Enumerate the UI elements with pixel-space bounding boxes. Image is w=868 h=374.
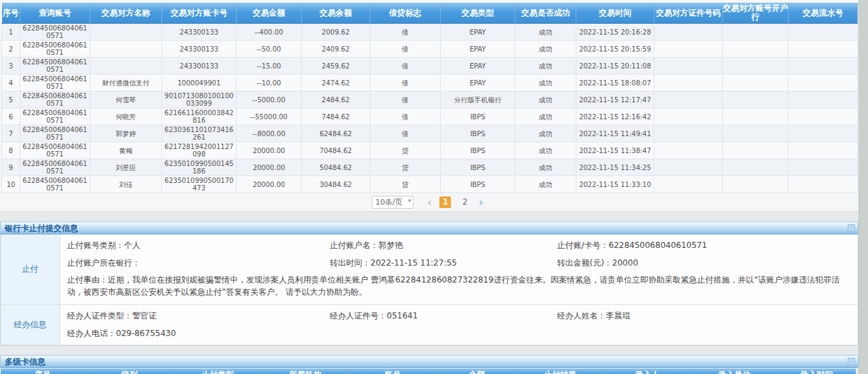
cell-query-account: 6228450068040610571 xyxy=(20,142,90,159)
table-row[interactable]: 9 6228450068040610571 刘星臣 62350109905001… xyxy=(2,159,858,176)
column-header[interactable]: 交易对方账号开户行 xyxy=(723,3,789,24)
column-header[interactable]: 止付类型 xyxy=(174,369,261,374)
table-row[interactable]: 2 6228450068040610571 243300133 --50.00 … xyxy=(2,41,858,58)
collapse-icon[interactable] xyxy=(848,224,855,232)
page-1-button[interactable]: 1 xyxy=(439,196,451,208)
cell-time: 2022-11-15 12:17:47 xyxy=(576,91,654,108)
column-header[interactable]: 序号 xyxy=(1,369,85,374)
cell-type: IBPS xyxy=(441,142,515,159)
cell-cert-no xyxy=(654,24,723,41)
table-row[interactable]: 7 6228450068040610571 郭梦婷 62303611010734… xyxy=(2,125,858,142)
cell-time: 2022-11-15 11:38:47 xyxy=(576,142,654,159)
column-header[interactable]: 余额 xyxy=(437,369,517,374)
cell-time: 2022-11-15 11:34:25 xyxy=(576,159,654,176)
cell-balance: 2459.62 xyxy=(302,58,370,75)
column-header[interactable]: 级别 xyxy=(85,369,174,374)
collapse-icon[interactable] xyxy=(848,358,855,365)
table-row[interactable]: 4 6228450068040610571 财付通微信支付 1000049901… xyxy=(2,75,858,91)
cell-time: 2022-11-15 18:08:07 xyxy=(576,75,654,91)
cell-amount: --8000.00 xyxy=(237,125,302,142)
cell-amount: --5000.00 xyxy=(237,91,302,108)
column-header[interactable]: 交易时间 xyxy=(576,3,654,24)
cell-counterparty-card: 1000049901 xyxy=(162,75,237,91)
cell-amount: --15.00 xyxy=(237,58,302,75)
cell-seq: 5 xyxy=(2,91,20,108)
cell-opening-bank xyxy=(723,75,789,91)
cell-balance: 62484.62 xyxy=(302,125,370,142)
cell-balance: 7484.62 xyxy=(302,108,370,125)
column-header[interactable]: 交易是否成功 xyxy=(515,3,576,24)
cell-balance: 2474.62 xyxy=(302,75,370,91)
cell-serial-no xyxy=(789,108,858,125)
table-row[interactable]: 10 6228450068040610571 刘佳 62350109905001… xyxy=(2,176,858,193)
column-header[interactable]: 止付结果 xyxy=(517,369,604,374)
cell-serial-no xyxy=(789,159,858,176)
cell-debit-credit: 借 xyxy=(370,24,441,41)
multi-card-header-row: 序号级别止付类型所属机构账号余额止付结果录入人录入单位录入时间 xyxy=(1,369,856,374)
table-row[interactable]: 6 6228450068040610571 何晓芳 62166116000038… xyxy=(2,108,858,125)
cell-success: 成功 xyxy=(515,41,576,58)
cell-opening-bank xyxy=(723,108,789,125)
cell-counterparty: 何雪琴 xyxy=(90,91,162,108)
column-header[interactable]: 账号 xyxy=(349,369,437,374)
column-header[interactable]: 交易对方名称 xyxy=(90,3,162,24)
field-operator-name: 经办人姓名：李晨琨 xyxy=(557,307,851,325)
table-row[interactable]: 1 6228450068040610571 243300133 --400.00… xyxy=(2,24,858,41)
cell-type: EPAY xyxy=(441,41,515,58)
column-header[interactable]: 查询账号 xyxy=(20,3,90,24)
cell-balance: 2484.62 xyxy=(302,91,370,108)
cell-counterparty: 刘佳 xyxy=(90,176,162,193)
cell-counterparty xyxy=(90,24,162,41)
section-title: 银行卡止付提交信息 xyxy=(5,224,78,233)
table-row[interactable]: 8 6228450068040610571 黄梅 621728194200112… xyxy=(2,142,858,159)
cell-query-account: 6228450068040610571 xyxy=(20,58,90,75)
cell-cert-no xyxy=(654,58,723,75)
column-header[interactable]: 交易金额 xyxy=(237,3,302,24)
cell-amount: --50.00 xyxy=(237,41,302,58)
cell-type: IBPS xyxy=(441,176,515,193)
column-header[interactable]: 借贷标志 xyxy=(370,3,441,24)
cell-seq: 3 xyxy=(2,58,20,75)
cell-debit-credit: 借 xyxy=(370,108,441,125)
column-header[interactable]: 录入单位 xyxy=(691,369,778,374)
table-row[interactable]: 5 6228450068040610571 何雪琴 90107130801001… xyxy=(2,91,858,108)
column-header[interactable]: 交易对方账卡号 xyxy=(162,3,237,24)
column-header[interactable]: 交易对方证件号码 xyxy=(654,3,723,24)
prev-page-button[interactable]: ‹ xyxy=(427,196,431,209)
cell-counterparty: 郭梦婷 xyxy=(90,125,162,142)
table-row[interactable]: 3 6228450068040610571 243300133 --15.00 … xyxy=(2,58,858,75)
cell-opening-bank xyxy=(723,41,789,58)
cell-type: EPAY xyxy=(441,75,515,91)
column-header[interactable]: 所属机构 xyxy=(262,369,349,374)
cell-cert-no xyxy=(654,176,723,193)
next-page-button[interactable]: › xyxy=(479,196,483,209)
page-2-button[interactable]: 2 xyxy=(459,196,471,208)
cell-seq: 2 xyxy=(2,41,20,58)
cell-query-account: 6228450068040610571 xyxy=(20,91,90,108)
field-operator-cert-no: 经办人证件号：051641 xyxy=(330,307,557,325)
cell-query-account: 6228450068040610571 xyxy=(20,41,90,58)
field-reason: 止付事由：近期，我单位在接报刘妮被骗警情中，发现涉案人员利用贵单位相关账户 曹鸿… xyxy=(67,272,851,302)
multi-card-section: 多级卡信息 序号级别止付类型所属机构账号余额止付结果录入人录入单位录入时间 xyxy=(0,355,859,374)
cell-query-account: 6228450068040610571 xyxy=(20,125,90,142)
cell-success: 成功 xyxy=(515,108,576,125)
cell-amount: --400.00 xyxy=(237,24,302,41)
cell-cert-no xyxy=(654,108,723,125)
cell-success: 成功 xyxy=(515,91,576,108)
cell-type: IBPS xyxy=(441,159,515,176)
stop-payment-section: 银行卡止付提交信息 止付 止付账号类别：个人 止付账户名：郭梦艳 止付账/卡号：… xyxy=(0,222,859,346)
column-header[interactable]: 录入人 xyxy=(604,369,690,374)
column-header[interactable]: 录入时间 xyxy=(778,369,855,374)
cell-serial-no xyxy=(789,91,858,108)
transactions-table: 序号查询账号交易对方名称交易对方账卡号交易金额交易余额借贷标志交易类型交易是否成… xyxy=(1,3,858,193)
scrollbar[interactable] xyxy=(859,0,868,374)
cell-debit-credit: 贷 xyxy=(370,142,441,159)
cell-balance: 2409.62 xyxy=(302,41,370,58)
column-header[interactable]: 交易类型 xyxy=(441,3,515,24)
cell-debit-credit: 贷 xyxy=(370,159,441,176)
column-header[interactable]: 交易流水号 xyxy=(789,3,858,24)
column-header[interactable]: 序号 xyxy=(2,3,20,24)
column-header[interactable]: 交易余额 xyxy=(302,3,370,24)
page-size-select[interactable]: 10条/页 ▾ xyxy=(372,196,414,209)
cell-opening-bank xyxy=(723,24,789,41)
